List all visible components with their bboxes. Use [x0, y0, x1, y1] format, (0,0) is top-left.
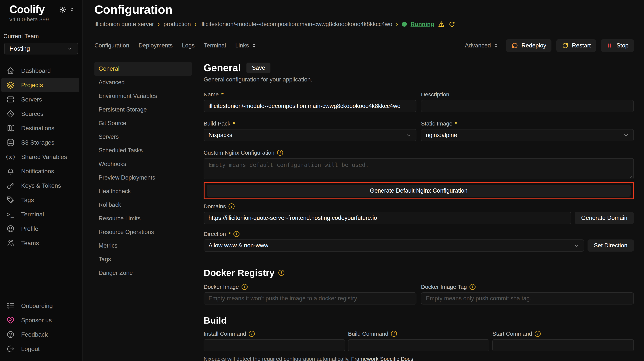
info-icon[interactable]: i	[228, 203, 234, 209]
redeploy-button[interactable]: Redeploy	[506, 39, 552, 52]
framework-docs-link[interactable]: Framework Specific Docs	[351, 356, 413, 361]
section-heading-docker-registry: Docker Registry i	[204, 267, 634, 278]
direction-select[interactable]: Allow www & non-www.	[204, 239, 584, 252]
warning-triangle-icon[interactable]	[438, 21, 445, 28]
breadcrumb-separator: ›	[158, 21, 160, 28]
subnav-metrics[interactable]: Metrics	[94, 239, 192, 252]
info-icon[interactable]: i	[242, 284, 248, 290]
info-icon[interactable]: i	[234, 231, 240, 237]
layers-icon	[6, 81, 15, 89]
info-icon[interactable]: i	[277, 150, 283, 156]
info-icon[interactable]: i	[278, 270, 284, 276]
tab-configuration[interactable]: Configuration	[94, 42, 129, 49]
sun-icon	[59, 6, 66, 13]
info-icon[interactable]: i	[470, 284, 476, 290]
build-command-field[interactable]	[348, 339, 490, 351]
subnav-servers[interactable]: Servers	[94, 130, 192, 144]
highlight-outline: Generate Default Nginx Configuration	[204, 182, 634, 199]
subnav-resource-operations[interactable]: Resource Operations	[94, 225, 192, 239]
docker-image-tag-label: Docker Image Tag i	[421, 284, 634, 290]
status-badge[interactable]: Running	[410, 21, 434, 28]
generate-nginx-config-button[interactable]: Generate Default Nginx Configuration	[207, 185, 630, 197]
sidebar-item-projects[interactable]: Projects	[1, 78, 79, 92]
breadcrumb-separator: ›	[396, 21, 398, 28]
save-button[interactable]: Save	[246, 63, 270, 73]
subnav-rollback[interactable]: Rollback	[94, 198, 192, 212]
sidebar-item-profile[interactable]: Profile	[1, 221, 79, 236]
subnav-advanced[interactable]: Advanced	[94, 76, 192, 89]
current-team-label: Current Team	[0, 33, 82, 40]
sidebar-item-feedback[interactable]: Feedback	[1, 327, 79, 342]
tab-logs[interactable]: Logs	[182, 42, 194, 49]
sidebar-item-terminal[interactable]: >_ Terminal	[1, 207, 79, 221]
custom-nginx-textarea[interactable]	[204, 158, 634, 179]
tab-deployments[interactable]: Deployments	[138, 42, 172, 49]
domains-field[interactable]	[204, 212, 571, 224]
breadcrumb-environment[interactable]: production	[164, 21, 191, 28]
sidebar-item-s3-storages[interactable]: S3 Storages	[1, 135, 79, 150]
docker-image-label: Docker Image i	[204, 284, 416, 290]
set-direction-button[interactable]: Set Direction	[588, 239, 634, 252]
subnav-git-source[interactable]: Git Source	[94, 116, 192, 130]
sidebar-item-shared-variables[interactable]: (x) Shared Variables	[1, 150, 79, 164]
install-command-field[interactable]	[204, 339, 345, 351]
sidebar-item-logout[interactable]: Logout	[1, 342, 79, 356]
description-field[interactable]	[421, 100, 634, 112]
tab-links[interactable]: Links	[235, 42, 257, 49]
subnav-general[interactable]: General	[94, 62, 192, 76]
restart-button[interactable]: Restart	[556, 39, 596, 52]
bell-icon	[6, 167, 15, 175]
generate-domain-button[interactable]: Generate Domain	[575, 212, 634, 224]
start-command-field[interactable]	[492, 339, 634, 351]
sidebar-item-notifications[interactable]: Notifications	[1, 164, 79, 178]
sidebar-item-sources[interactable]: Sources	[1, 107, 79, 121]
advanced-dropdown[interactable]: Advanced	[465, 42, 499, 49]
sidebar-item-servers[interactable]: Servers	[1, 92, 79, 107]
app-logo: Coolify	[10, 3, 44, 16]
user-icon	[6, 225, 15, 233]
sidebar-item-onboarding[interactable]: Onboarding	[1, 299, 79, 313]
static-image-select[interactable]: nginx:alpine	[421, 129, 634, 141]
breadcrumb-project[interactable]: illicitonion quote server	[94, 21, 154, 28]
info-icon[interactable]: i	[249, 331, 255, 337]
subnav-healthcheck[interactable]: Healthcheck	[94, 184, 192, 198]
restart-icon	[562, 42, 569, 49]
server-icon	[6, 95, 15, 104]
sidebar-item-keys-tokens[interactable]: Keys & Tokens	[1, 178, 79, 193]
sidebar-item-sponsor[interactable]: Sponsor us	[1, 313, 79, 327]
subnav-tags[interactable]: Tags	[94, 252, 192, 266]
docker-image-tag-field[interactable]	[421, 292, 634, 304]
docker-image-field[interactable]	[204, 292, 416, 304]
sidebar-item-teams[interactable]: Teams	[1, 236, 79, 250]
subnav-resource-limits[interactable]: Resource Limits	[94, 212, 192, 225]
refresh-icon[interactable]	[448, 21, 455, 28]
subnav-webhooks[interactable]: Webhooks	[94, 157, 192, 171]
direction-label: Direction* i	[204, 231, 634, 237]
subnav-persistent-storage[interactable]: Persistent Storage	[94, 103, 192, 116]
subnav-preview-deployments[interactable]: Preview Deployments	[94, 171, 192, 184]
subnav-scheduled-tasks[interactable]: Scheduled Tasks	[94, 144, 192, 157]
sidebar-item-destinations[interactable]: Destinations	[1, 121, 79, 135]
subnav-environment-variables[interactable]: Environment Variables	[94, 89, 192, 103]
chevron-down-icon	[623, 132, 629, 139]
build-command-label: Build Command i	[348, 330, 490, 337]
build-pack-label: Build Pack*	[204, 120, 416, 127]
section-heading-general: General	[204, 62, 241, 74]
redeploy-icon	[511, 42, 518, 49]
team-select-value: Hosting	[10, 45, 30, 52]
name-field[interactable]	[204, 100, 416, 112]
sidebar-item-dashboard[interactable]: Dashboard	[1, 64, 79, 78]
tab-terminal[interactable]: Terminal	[204, 42, 226, 49]
subnav-danger-zone[interactable]: Danger Zone	[94, 266, 192, 280]
team-select[interactable]: Hosting	[4, 43, 78, 55]
home-icon	[6, 67, 15, 75]
info-icon[interactable]: i	[535, 331, 541, 337]
theme-switcher[interactable]	[59, 6, 75, 13]
page-title: Configuration	[94, 3, 634, 16]
sidebar-item-tags[interactable]: Tags	[1, 193, 79, 207]
users-icon	[6, 239, 15, 247]
breadcrumb-application[interactable]: illicitestonion/-module--decomposition:m…	[200, 21, 392, 28]
info-icon[interactable]: i	[391, 331, 397, 337]
build-pack-select[interactable]: Nixpacks	[204, 129, 416, 141]
stop-button[interactable]: Stop	[601, 39, 634, 52]
